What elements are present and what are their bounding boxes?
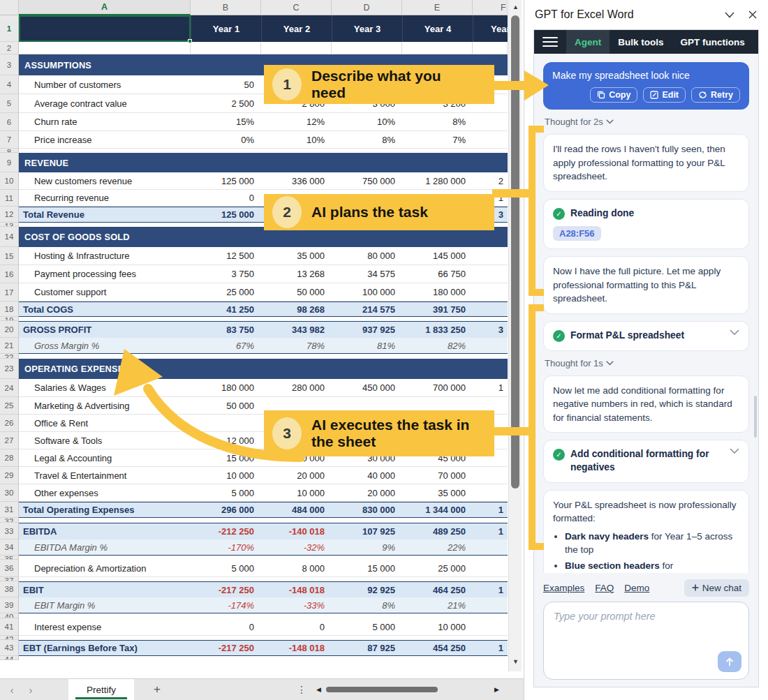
value-cell[interactable] bbox=[473, 283, 508, 301]
row-header-20[interactable]: 20 bbox=[0, 321, 19, 338]
value-cell[interactable]: 10% bbox=[332, 113, 402, 131]
value-cell[interactable]: 180 000 bbox=[402, 283, 473, 301]
row-header-30[interactable]: 30 bbox=[0, 484, 19, 502]
value-cell[interactable]: -212 250 bbox=[191, 523, 261, 539]
value-cell[interactable]: 700 000 bbox=[402, 379, 473, 397]
column-header-C[interactable]: C bbox=[261, 0, 332, 15]
value-cell[interactable]: 98 268 bbox=[261, 301, 332, 317]
value-cell[interactable] bbox=[191, 42, 261, 54]
label-cell[interactable]: EBIT Margin % bbox=[19, 597, 191, 613]
value-cell[interactable]: 78% bbox=[261, 338, 332, 354]
value-cell[interactable]: -148 018 bbox=[261, 581, 332, 597]
value-cell[interactable]: 66 750 bbox=[402, 265, 473, 283]
vertical-scrollbar[interactable]: ▲ ▼ bbox=[508, 0, 522, 671]
value-cell[interactable]: 489 250 bbox=[402, 523, 473, 539]
value-cell[interactable]: 25 000 bbox=[191, 283, 261, 301]
value-cell[interactable]: 0 bbox=[261, 618, 332, 636]
column-header-B[interactable]: B bbox=[191, 0, 261, 15]
value-cell[interactable]: 8% bbox=[332, 131, 402, 149]
label-cell[interactable]: EBT (Earnings Before Tax) bbox=[19, 640, 191, 656]
label-cell[interactable]: Marketing & Advertising bbox=[19, 397, 191, 415]
value-cell[interactable]: 20 000 bbox=[332, 484, 402, 502]
value-cell[interactable]: -217 250 bbox=[191, 640, 261, 656]
row-header-36[interactable]: 36 bbox=[0, 560, 19, 577]
label-cell[interactable]: Customer support bbox=[19, 283, 191, 301]
tab-bulk-tools[interactable]: Bulk tools bbox=[610, 30, 672, 54]
scroll-up-icon[interactable]: ▲ bbox=[509, 1, 522, 13]
value-cell[interactable] bbox=[473, 265, 508, 283]
chevron-down-icon[interactable] bbox=[730, 448, 739, 454]
label-cell[interactable]: Payment processing fees bbox=[19, 265, 191, 283]
label-cell[interactable]: Interest expense bbox=[19, 618, 191, 636]
value-cell[interactable]: -170% bbox=[191, 539, 261, 556]
new-chat-button[interactable]: New chat bbox=[684, 579, 749, 597]
value-cell[interactable]: 830 000 bbox=[332, 502, 402, 518]
value-cell[interactable]: -33% bbox=[261, 597, 332, 613]
thought-toggle[interactable]: Thought for 2s bbox=[545, 117, 748, 127]
value-cell[interactable]: 67% bbox=[191, 338, 261, 354]
label-cell[interactable]: Depreciation & Amortization bbox=[19, 560, 191, 577]
value-cell[interactable]: 214 575 bbox=[332, 301, 402, 317]
value-cell[interactable]: 41 250 bbox=[191, 301, 261, 317]
row-header-39[interactable]: 39 bbox=[0, 597, 19, 613]
row-header-11[interactable]: 11 bbox=[0, 190, 19, 207]
value-cell[interactable]: 35 000 bbox=[402, 484, 473, 502]
value-cell[interactable]: 10 000 bbox=[261, 484, 332, 502]
copy-button[interactable]: Copy bbox=[590, 87, 637, 103]
label-cell[interactable]: Recurring revenue bbox=[19, 190, 191, 207]
row-header-1[interactable]: 1 bbox=[0, 15, 19, 42]
horizontal-scrollbar[interactable]: ◀ ▶ bbox=[316, 685, 499, 694]
value-cell[interactable]: 87 925 bbox=[332, 640, 402, 656]
label-cell[interactable]: Total COGS bbox=[19, 301, 191, 317]
value-cell[interactable]: 12 000 bbox=[191, 432, 261, 449]
value-cell[interactable]: 391 750 bbox=[402, 301, 473, 317]
label-cell[interactable]: Churn rate bbox=[19, 113, 191, 131]
value-cell[interactable]: -217 250 bbox=[191, 581, 261, 597]
row-header-7[interactable]: 7 bbox=[0, 131, 19, 149]
label-cell[interactable]: EBIT bbox=[19, 581, 191, 597]
row-header-18[interactable]: 18 bbox=[0, 301, 19, 317]
chat-scroll-thumb[interactable] bbox=[754, 396, 757, 438]
value-cell[interactable]: 20 000 bbox=[261, 467, 332, 484]
sheet-tab-prettify[interactable]: Prettify bbox=[68, 679, 134, 700]
value-cell[interactable]: 80 000 bbox=[332, 247, 402, 265]
value-cell[interactable] bbox=[473, 113, 508, 131]
value-cell[interactable]: 1 bbox=[473, 523, 508, 539]
value-cell[interactable]: 1 bbox=[473, 502, 508, 518]
value-cell[interactable]: 13 268 bbox=[261, 265, 332, 283]
value-cell[interactable]: 5 000 bbox=[191, 560, 261, 577]
row-header-26[interactable]: 26 bbox=[0, 415, 19, 432]
value-cell[interactable]: -140 018 bbox=[261, 523, 332, 539]
label-cell[interactable]: Office & Rent bbox=[19, 415, 191, 432]
value-cell[interactable]: 25 000 bbox=[402, 560, 473, 577]
vertical-scroll-thumb[interactable] bbox=[511, 15, 519, 489]
row-header-5[interactable]: 5 bbox=[0, 94, 19, 113]
value-cell[interactable]: 3 bbox=[473, 321, 508, 338]
row-header-24[interactable]: 24 bbox=[0, 379, 19, 397]
close-icon[interactable] bbox=[748, 10, 757, 19]
value-cell[interactable]: 343 982 bbox=[261, 321, 332, 338]
value-cell[interactable]: -174% bbox=[191, 597, 261, 613]
value-cell[interactable]: 1 bbox=[473, 640, 508, 656]
value-cell[interactable]: 15 000 bbox=[191, 449, 261, 467]
footer-link-faq[interactable]: FAQ bbox=[595, 583, 614, 593]
row-header-15[interactable]: 15 bbox=[0, 247, 19, 265]
row-header-14[interactable]: 14 bbox=[0, 227, 19, 247]
row-header-41[interactable]: 41 bbox=[0, 618, 19, 636]
value-cell[interactable]: 180 000 bbox=[191, 379, 261, 397]
scroll-right-icon[interactable]: ▶ bbox=[494, 686, 499, 693]
tab-gpt-functions[interactable]: GPT functions bbox=[672, 30, 753, 54]
value-cell[interactable]: 10% bbox=[261, 131, 332, 149]
value-cell[interactable]: 9% bbox=[332, 539, 402, 556]
label-cell[interactable]: GROSS PROFIT bbox=[19, 321, 191, 338]
selected-cell-a1[interactable] bbox=[19, 15, 191, 42]
chevron-down-icon[interactable] bbox=[730, 329, 739, 336]
value-cell[interactable]: 5 000 bbox=[191, 484, 261, 502]
value-cell[interactable] bbox=[473, 131, 508, 149]
value-cell[interactable] bbox=[473, 484, 508, 502]
tab-agent[interactable]: Agent bbox=[566, 30, 610, 54]
row-header-25[interactable]: 25 bbox=[0, 397, 19, 415]
row-header-6[interactable]: 6 bbox=[0, 113, 19, 131]
value-cell[interactable]: 15% bbox=[191, 113, 261, 131]
horizontal-scroll-thumb[interactable] bbox=[326, 687, 438, 692]
